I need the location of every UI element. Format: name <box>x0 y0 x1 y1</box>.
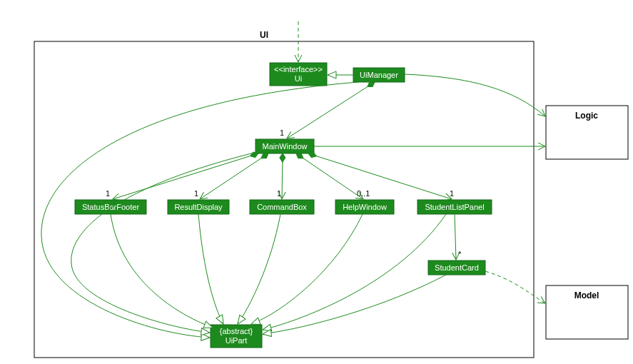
node-statusbar-label: StatusBarFooter <box>82 203 139 211</box>
edge-uimanager-comp-mainwindow <box>287 82 375 138</box>
node-studcard: StudentCard <box>428 261 485 275</box>
edge-uimanager-to-logic <box>405 74 545 116</box>
node-resultdisp-label: ResultDisplay <box>174 203 223 211</box>
node-uipart-line2: UiPart <box>226 336 248 345</box>
edge-studlist-to-studcard <box>455 214 456 260</box>
edge-mainwindow-gen-uipart <box>71 152 257 333</box>
node-ui: <<interface>> Ui <box>270 63 327 86</box>
mult-statusbar: 1 <box>106 189 110 198</box>
mult-studlist: 1 <box>450 189 454 198</box>
node-resultdisp: ResultDisplay <box>168 200 229 214</box>
node-uipart-line1: {abstract} <box>220 327 253 335</box>
node-helpwindow-label: HelpWindow <box>343 203 387 211</box>
external-logic-label: Logic <box>575 111 598 121</box>
edge-mainwindow-comp-commandbox <box>282 153 283 199</box>
node-commandbox-label: CommandBox <box>257 203 307 211</box>
uml-diagram: UI Logic Model <<interface>> Ui UiManage… <box>0 0 633 364</box>
node-helpwindow: HelpWindow <box>335 200 394 214</box>
node-ui-line2: Ui <box>295 74 302 83</box>
node-uipart: {abstract} UiPart <box>211 325 262 348</box>
edge-resultdisp-gen-uipart <box>198 214 223 324</box>
node-studlist-label: StudentListPanel <box>425 203 484 211</box>
node-ui-line1: <<interface>> <box>274 65 323 74</box>
edge-mainwindow-comp-resultdisp <box>200 153 268 199</box>
edge-helpwindow-gen-uipart <box>251 214 363 324</box>
mult-mainwindow: 1 <box>280 128 284 137</box>
mult-studcard: * <box>458 250 462 258</box>
node-studlist: StudentListPanel <box>417 200 492 214</box>
node-mainwindow-label: MainWindow <box>263 142 308 151</box>
frame-title: UI <box>260 30 268 40</box>
node-commandbox: CommandBox <box>250 200 314 214</box>
mult-commandbox: 1 <box>277 189 281 198</box>
mult-resultdisp: 1 <box>194 189 198 198</box>
edge-studcard-to-model <box>485 271 545 303</box>
node-uimanager: UiManager <box>353 68 405 82</box>
edge-studcard-gen-uipart <box>263 275 446 334</box>
node-mainwindow: MainWindow <box>255 139 314 153</box>
edge-mainwindow-comp-statusbar <box>113 153 258 199</box>
external-model-label: Model <box>574 290 599 300</box>
node-studcard-label: StudentCard <box>435 263 479 272</box>
node-uimanager-label: UiManager <box>360 71 398 79</box>
node-statusbar: StatusBarFooter <box>75 200 146 214</box>
edge-commandbox-gen-uipart <box>238 214 280 324</box>
